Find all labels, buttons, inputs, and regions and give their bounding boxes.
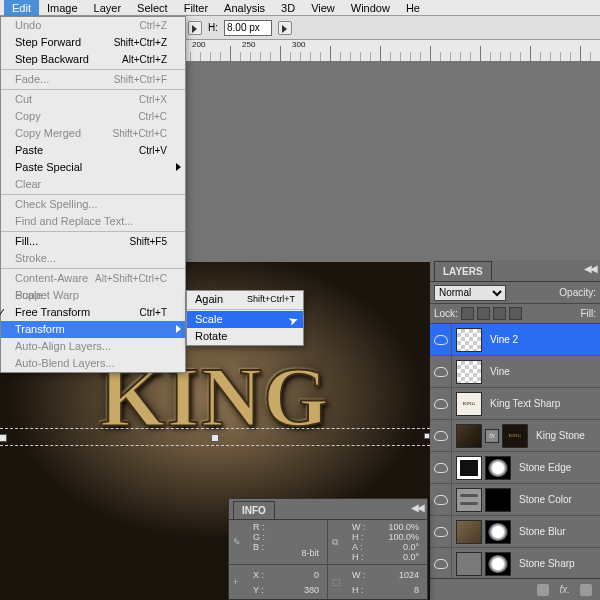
transform-submenu: AgainShift+Ctrl+T Scale➤ Rotate [186, 290, 304, 346]
transform-selection[interactable] [0, 428, 430, 446]
menu-item-check-spelling[interactable]: Check Spelling... [1, 196, 185, 213]
layer-name[interactable]: Stone Blur [515, 526, 566, 537]
layer-mask-thumb[interactable] [485, 520, 511, 544]
layer-thumb[interactable] [456, 552, 482, 576]
link-layers-icon[interactable] [537, 584, 549, 596]
layers-lock-row: Lock: Fill: [430, 304, 600, 324]
layer-name[interactable]: Stone Color [515, 494, 572, 505]
visibility-icon[interactable] [430, 484, 452, 516]
menu-item-paste[interactable]: PasteCtrl+V [1, 142, 185, 159]
menu-3d[interactable]: 3D [273, 0, 303, 16]
menu-item-find-replace[interactable]: Find and Replace Text... [1, 213, 185, 230]
submenu-item-again[interactable]: AgainShift+Ctrl+T [187, 291, 303, 308]
menu-window[interactable]: Window [343, 0, 398, 16]
visibility-icon[interactable] [430, 324, 452, 356]
layer-name[interactable]: King Text Sharp [486, 398, 560, 409]
menu-select[interactable]: Select [129, 0, 176, 16]
layer-thumb[interactable] [456, 424, 482, 448]
eyedropper-icon: ✎ [233, 537, 253, 547]
menu-layer[interactable]: Layer [86, 0, 130, 16]
layer-fx-label[interactable]: fx. [559, 584, 570, 595]
ruler: 200 250 300 [180, 40, 600, 62]
layer-thumb[interactable] [456, 360, 482, 384]
menu-item-step-backward[interactable]: Step BackwardAlt+Ctrl+Z [1, 51, 185, 68]
layer-thumb[interactable] [456, 520, 482, 544]
check-icon: ✓ [0, 304, 7, 321]
layers-tab[interactable]: LAYERS [434, 261, 492, 281]
layer-name[interactable]: Stone Sharp [515, 558, 575, 569]
panel-collapse-icon[interactable]: ◀◀ [584, 263, 596, 274]
layer-row[interactable]: Stone Sharp [430, 548, 600, 578]
menu-analysis[interactable]: Analysis [216, 0, 273, 16]
layer-row[interactable]: Vine [430, 356, 600, 388]
layers-blend-row: Normal Opacity: [430, 282, 600, 304]
layer-mask-thumb[interactable] [485, 488, 511, 512]
fill-label: Fill: [580, 308, 596, 319]
menu-item-puppet-warp[interactable]: Puppet Warp [1, 287, 185, 304]
menu-item-fill[interactable]: Fill...Shift+F5 [1, 233, 185, 250]
layer-name[interactable]: Stone Edge [515, 462, 571, 473]
layer-row[interactable]: Vine 2 [430, 324, 600, 356]
layer-name[interactable]: Vine [486, 366, 510, 377]
submenu-item-rotate[interactable]: Rotate [187, 328, 303, 345]
visibility-icon[interactable] [430, 452, 452, 484]
menu-filter[interactable]: Filter [176, 0, 216, 16]
menu-item-content-aware-scale[interactable]: Content-Aware ScaleAlt+Shift+Ctrl+C [1, 270, 185, 287]
menu-item-stroke[interactable]: Stroke... [1, 250, 185, 267]
visibility-icon[interactable] [430, 420, 452, 452]
menu-edit[interactable]: Edit [4, 0, 39, 16]
menu-item-free-transform[interactable]: ✓Free TransformCtrl+T [1, 304, 185, 321]
layer-row[interactable]: Stone Color [430, 484, 600, 516]
layer-row[interactable]: fxKING King Stone [430, 420, 600, 452]
menu-item-copy-merged[interactable]: Copy MergedShift+Ctrl+C [1, 125, 185, 142]
lock-all-icon[interactable] [509, 307, 522, 320]
options-bar: H: [180, 16, 600, 40]
menu-separator [1, 194, 185, 195]
info-tab[interactable]: INFO [233, 501, 275, 519]
lock-transparency-icon[interactable] [461, 307, 474, 320]
lock-pixels-icon[interactable] [477, 307, 490, 320]
info-position-cell: + X :Y : 0380 [229, 565, 328, 599]
add-mask-icon[interactable] [580, 584, 592, 596]
layer-row[interactable]: Stone Edge [430, 452, 600, 484]
layer-mask-thumb[interactable] [485, 456, 511, 480]
layer-thumb[interactable] [456, 488, 482, 512]
menu-image[interactable]: Image [39, 0, 86, 16]
visibility-icon[interactable] [430, 356, 452, 388]
blend-mode-select[interactable]: Normal [434, 285, 506, 301]
visibility-icon[interactable] [430, 516, 452, 548]
layer-mask-thumb[interactable]: KING [502, 424, 528, 448]
visibility-icon[interactable] [430, 388, 452, 420]
menu-view[interactable]: View [303, 0, 343, 16]
menu-help[interactable]: He [398, 0, 428, 16]
layers-list: Vine 2 Vine KING King Text Sharp fxKING … [430, 324, 600, 578]
panel-collapse-icon[interactable]: ◀◀ [411, 502, 423, 513]
lock-position-icon[interactable] [493, 307, 506, 320]
options-prev-icon[interactable] [188, 21, 202, 35]
menu-item-fade[interactable]: Fade...Shift+Ctrl+F [1, 71, 185, 88]
options-next-icon[interactable] [278, 21, 292, 35]
layer-thumb[interactable] [456, 456, 482, 480]
menu-item-undo[interactable]: UndoCtrl+Z [1, 17, 185, 34]
menu-item-paste-special[interactable]: Paste Special [1, 159, 185, 176]
visibility-icon[interactable] [430, 548, 452, 579]
menu-item-step-forward[interactable]: Step ForwardShift+Ctrl+Z [1, 34, 185, 51]
menu-item-transform[interactable]: Transform [1, 321, 185, 338]
submenu-item-scale[interactable]: Scale➤ [187, 311, 303, 328]
menu-item-copy[interactable]: CopyCtrl+C [1, 108, 185, 125]
layer-thumb[interactable]: KING [456, 392, 482, 416]
menu-item-clear[interactable]: Clear [1, 176, 185, 193]
menu-item-cut[interactable]: CutCtrl+X [1, 91, 185, 108]
layer-name[interactable]: King Stone [532, 430, 585, 441]
fx-icon[interactable]: fx [485, 429, 499, 443]
layer-mask-thumb[interactable] [485, 552, 511, 576]
menu-item-auto-align[interactable]: Auto-Align Layers... [1, 338, 185, 355]
layer-row[interactable]: KING King Text Sharp [430, 388, 600, 420]
layer-row[interactable]: Stone Blur [430, 516, 600, 548]
layer-thumb[interactable] [456, 328, 482, 352]
layer-name[interactable]: Vine 2 [486, 334, 518, 345]
menu-item-auto-blend[interactable]: Auto-Blend Layers... [1, 355, 185, 372]
lock-label: Lock: [434, 308, 458, 319]
submenu-arrow-icon [176, 163, 181, 171]
height-input[interactable] [224, 20, 272, 36]
